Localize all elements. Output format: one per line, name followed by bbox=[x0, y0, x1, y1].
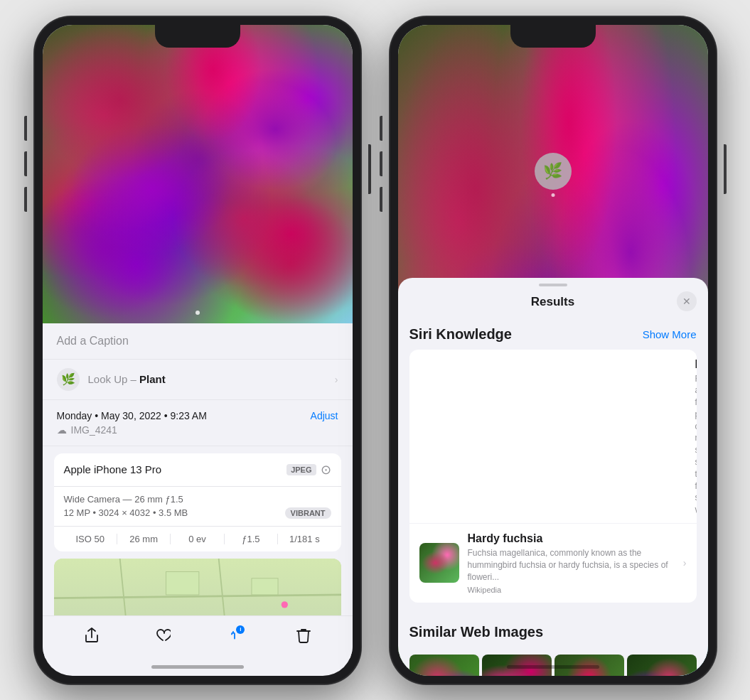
iso-value: ISO 50 bbox=[64, 534, 117, 544]
hardy-fuchsia-description: Fuchsia magellanica, commonly known as t… bbox=[468, 547, 675, 583]
siri-knowledge-section: Siri Knowledge Show More Fuchsia Fuchsia… bbox=[398, 316, 708, 603]
caption-area[interactable]: Add a Caption bbox=[43, 323, 353, 360]
jpeg-badge: JPEG bbox=[286, 464, 316, 475]
map-thumbnail[interactable] bbox=[54, 559, 341, 615]
similar-section-header: Similar Web Images bbox=[409, 614, 697, 647]
lens-info: Wide Camera — 26 mm ƒ1.5 12 MP • 3024 × … bbox=[54, 487, 341, 527]
notch-right bbox=[510, 25, 596, 48]
fuchsia-source: Wikipedia bbox=[695, 506, 697, 515]
phone-right: 🌿 Results ✕ Siri Knowledge Show More bbox=[390, 16, 717, 684]
vibrant-badge: VIBRANT bbox=[285, 507, 331, 519]
results-header: Results ✕ bbox=[398, 286, 708, 316]
siri-knowledge-title: Siri Knowledge bbox=[409, 326, 512, 343]
share-button[interactable] bbox=[84, 628, 100, 647]
file-name: IMG_4241 bbox=[71, 424, 117, 436]
svg-rect-3 bbox=[166, 571, 198, 594]
like-button[interactable] bbox=[155, 628, 171, 647]
settings-icon: ⊙ bbox=[321, 462, 331, 478]
date-text: Monday • May 30, 2022 • 9:23 AM bbox=[57, 410, 207, 421]
camera-section: Apple iPhone 13 Pro JPEG ⊙ Wide Camera —… bbox=[54, 453, 341, 551]
fuchsia-result[interactable]: Fuchsia Fuchsia is a genus of flowering … bbox=[409, 350, 697, 524]
ev-value: 0 ev bbox=[171, 534, 224, 544]
siri-leaf-icon: 🌿 bbox=[543, 162, 562, 181]
lookup-row[interactable]: 🌿 Look Up – Plant › bbox=[43, 360, 353, 400]
file-row: ☁ IMG_4241 bbox=[57, 424, 338, 436]
lens-text: Wide Camera — 26 mm ƒ1.5 bbox=[64, 494, 331, 505]
app-container: Add a Caption 🌿 Look Up – Plant › Monday… bbox=[20, 2, 731, 699]
hardy-fuchsia-thumbnail bbox=[419, 543, 459, 583]
hardy-fuchsia-chevron: › bbox=[683, 557, 687, 569]
flower-photo bbox=[43, 25, 353, 323]
home-bar-right bbox=[507, 665, 599, 669]
bottom-toolbar: i bbox=[43, 615, 353, 659]
lookup-prefix: Look Up – bbox=[88, 373, 136, 385]
svg-line-2 bbox=[218, 559, 225, 615]
show-more-button[interactable]: Show More bbox=[643, 328, 697, 340]
results-panel: Results ✕ Siri Knowledge Show More Fuchs… bbox=[398, 278, 708, 676]
home-indicator-right bbox=[398, 659, 708, 676]
adjust-button[interactable]: Adjust bbox=[311, 410, 338, 421]
focal-value: 26 mm bbox=[117, 534, 171, 544]
fuchsia-name: Fuchsia bbox=[695, 358, 697, 371]
camera-model: Apple iPhone 13 Pro bbox=[64, 463, 162, 475]
hardy-fuchsia-info: Hardy fuchsia Fuchsia magellanica, commo… bbox=[468, 532, 675, 593]
leaf-icon: 🌿 bbox=[57, 368, 80, 391]
siri-section-header: Siri Knowledge Show More bbox=[409, 316, 697, 350]
lookup-subject: Plant bbox=[139, 373, 166, 385]
hardy-fuchsia-name: Hardy fuchsia bbox=[468, 532, 675, 545]
mp-text: 12 MP • 3024 × 4032 • 3.5 MB bbox=[64, 507, 188, 518]
phone-left-screen: Add a Caption 🌿 Look Up – Plant › Monday… bbox=[43, 25, 353, 676]
home-bar bbox=[151, 665, 244, 669]
fuchsia-info: Fuchsia Fuchsia is a genus of flowering … bbox=[695, 358, 697, 515]
svg-line-1 bbox=[119, 559, 126, 615]
notch-left bbox=[155, 25, 240, 48]
svg-line-0 bbox=[54, 594, 341, 598]
svg-rect-4 bbox=[251, 578, 277, 594]
results-title: Results bbox=[531, 295, 574, 309]
siri-lookup-button[interactable]: 🌿 bbox=[535, 153, 572, 190]
map-bg bbox=[54, 559, 341, 615]
similar-images-title: Similar Web Images bbox=[409, 624, 544, 640]
info-button[interactable]: i bbox=[225, 628, 241, 647]
camera-header: Apple iPhone 13 Pro JPEG ⊙ bbox=[54, 453, 341, 487]
svg-point-5 bbox=[281, 601, 287, 608]
hardy-fuchsia-result[interactable]: Hardy fuchsia Fuchsia magellanica, commo… bbox=[409, 524, 697, 602]
mp-row: 12 MP • 3024 × 4032 • 3.5 MB VIBRANT bbox=[64, 507, 331, 519]
lookup-chevron: › bbox=[335, 374, 338, 385]
siri-dot bbox=[551, 193, 555, 197]
cloud-icon: ☁ bbox=[57, 424, 67, 436]
hardy-fuchsia-source: Wikipedia bbox=[468, 586, 675, 594]
aperture-value: ƒ1.5 bbox=[225, 534, 278, 544]
lookup-label: Look Up – Plant bbox=[88, 373, 166, 385]
delete-button[interactable] bbox=[296, 628, 311, 647]
fuchsia-description: Fuchsia is a genus of flowering plants t… bbox=[695, 373, 697, 505]
phone-left: Add a Caption 🌿 Look Up – Plant › Monday… bbox=[34, 16, 361, 684]
camera-badges: JPEG ⊙ bbox=[286, 462, 331, 478]
photo-area[interactable] bbox=[43, 25, 353, 323]
exif-row: ISO 50 26 mm 0 ev ƒ1.5 1/181 s bbox=[54, 527, 341, 551]
results-card: Fuchsia Fuchsia is a genus of flowering … bbox=[409, 350, 697, 603]
info-panel: Add a Caption 🌿 Look Up – Plant › Monday… bbox=[43, 323, 353, 615]
svg-point-6 bbox=[232, 631, 234, 632]
phone-right-screen: 🌿 Results ✕ Siri Knowledge Show More bbox=[398, 25, 708, 676]
home-indicator-left bbox=[43, 659, 353, 676]
map-roads-svg bbox=[54, 559, 341, 615]
metadata-section: Monday • May 30, 2022 • 9:23 AM Adjust ☁… bbox=[43, 400, 353, 446]
date-row: Monday • May 30, 2022 • 9:23 AM Adjust bbox=[57, 410, 338, 421]
close-button[interactable]: ✕ bbox=[677, 291, 697, 311]
info-badge: i bbox=[236, 625, 245, 634]
caption-placeholder: Add a Caption bbox=[57, 335, 129, 347]
flower-overlay bbox=[43, 25, 353, 323]
photo-dot bbox=[195, 311, 200, 315]
shutter-value: 1/181 s bbox=[278, 534, 331, 544]
